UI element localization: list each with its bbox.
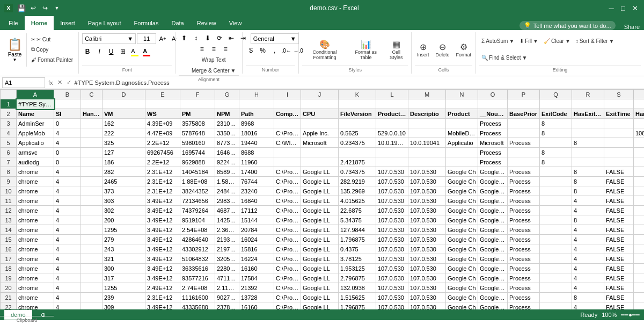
cell[interactable]	[604, 128, 634, 138]
cell[interactable]: 1080	[634, 128, 645, 138]
cell[interactable]: Process	[508, 225, 540, 235]
cell[interactable]: 3.49E+12	[145, 206, 180, 215]
cell[interactable]: 4	[54, 128, 81, 138]
row-header[interactable]: 21	[1, 293, 17, 302]
cell[interactable]: 107.0.530	[408, 215, 446, 225]
cell[interactable]	[540, 283, 572, 293]
cell[interactable]	[376, 99, 408, 109]
cell[interactable]: 162	[103, 119, 145, 128]
cell[interactable]: 8	[572, 186, 604, 196]
cell[interactable]: Google LL	[301, 302, 339, 310]
col-header-K[interactable]: K	[339, 90, 376, 99]
cell[interactable]	[634, 99, 645, 109]
cell[interactable]	[604, 148, 634, 157]
row-header[interactable]: 14	[1, 225, 17, 235]
cell[interactable]: 302	[103, 206, 145, 215]
cell[interactable]	[634, 302, 645, 310]
cell[interactable]	[145, 99, 180, 109]
cell[interactable]: FALSE	[604, 264, 634, 273]
row-header[interactable]: 17	[1, 254, 17, 264]
quick-access-dropdown[interactable]: ▼	[52, 3, 62, 13]
cell[interactable]: 0.734375	[339, 167, 376, 177]
cell[interactable]: C:\Progra	[274, 167, 301, 177]
align-center-button[interactable]: ≡	[208, 44, 219, 54]
cell[interactable]: Google LL	[301, 235, 339, 244]
row-header[interactable]: 20	[1, 283, 17, 293]
cell[interactable]: 3.49E+12	[145, 244, 180, 254]
cell[interactable]: chrome	[17, 167, 54, 177]
cell[interactable]: 29839360	[215, 196, 239, 206]
cell[interactable]	[81, 167, 103, 177]
cell[interactable]: Google Ch	[446, 293, 478, 302]
cell[interactable]: chrome	[17, 235, 54, 244]
cell[interactable]	[301, 157, 339, 167]
cell[interactable]	[634, 196, 645, 206]
confirm-icon[interactable]: ✓	[67, 79, 71, 86]
cell[interactable]: 107.0.530	[376, 293, 408, 302]
cell[interactable]	[81, 148, 103, 157]
cell[interactable]: chrome	[17, 206, 54, 215]
cell[interactable]: chrome	[17, 264, 54, 273]
cell[interactable]: chrome	[17, 273, 54, 283]
row-header[interactable]: 18	[1, 264, 17, 273]
cell[interactable]: 3.49E+12	[145, 225, 180, 235]
cell[interactable]	[634, 206, 645, 215]
cell[interactable]	[81, 225, 103, 235]
cell[interactable]	[408, 128, 446, 138]
cell[interactable]	[446, 119, 478, 128]
cell[interactable]	[408, 119, 446, 128]
cell[interactable]: 16224	[239, 254, 274, 264]
cell[interactable]	[634, 157, 645, 167]
cell[interactable]: 1.58E+08	[215, 177, 239, 186]
cell[interactable]: armsvc	[17, 148, 54, 157]
cell[interactable]: 186	[103, 157, 145, 167]
cell[interactable]: 2.31E+12	[145, 186, 180, 196]
cell[interactable]: Process	[508, 138, 540, 148]
cell[interactable]	[180, 99, 215, 109]
cell[interactable]: Google Ch	[478, 215, 508, 225]
cell[interactable]: 3.49E+12	[145, 235, 180, 244]
cell[interactable]: 74379264	[180, 206, 215, 215]
close-button[interactable]: ✕	[630, 3, 640, 13]
cell[interactable]: 32059392	[215, 254, 239, 264]
cell[interactable]: chrome	[17, 186, 54, 196]
cell[interactable]: 0	[54, 148, 81, 157]
merge-center-button[interactable]: Merge & Center ▼	[189, 66, 238, 75]
cell[interactable]	[604, 157, 634, 167]
row-header[interactable]: 22	[1, 302, 17, 310]
cell[interactable]: 4	[54, 225, 81, 235]
cell[interactable]: chrome	[17, 283, 54, 293]
tab-review[interactable]: Review	[191, 16, 223, 30]
cell[interactable]: 47112192	[215, 273, 239, 283]
cell[interactable]: Google Ch	[446, 283, 478, 293]
cell[interactable]: VM	[103, 109, 145, 119]
cell[interactable]	[540, 244, 572, 254]
col-header-D[interactable]: D	[103, 90, 145, 99]
cell[interactable]: 1255	[103, 283, 145, 293]
cell[interactable]: 2.36E+08	[215, 225, 239, 235]
cell[interactable]: 107.0.530	[376, 225, 408, 235]
cell[interactable]: 38244352	[180, 186, 215, 196]
cell[interactable]: 1695744	[180, 148, 215, 157]
cell[interactable]: Google LL	[301, 177, 339, 186]
number-format-dropdown[interactable]: General ▼	[251, 33, 299, 44]
cell[interactable]: 4	[54, 244, 81, 254]
cell[interactable]: 69267456	[145, 148, 180, 157]
cell[interactable]: FALSE	[604, 167, 634, 177]
minimize-button[interactable]: ─	[606, 3, 616, 13]
cell[interactable]	[376, 119, 408, 128]
cell[interactable]: 17112	[239, 206, 274, 215]
cell[interactable]: Google LL	[301, 244, 339, 254]
cell[interactable]: 1.953125	[339, 264, 376, 273]
cell[interactable]: 107.0.530	[408, 206, 446, 215]
cell[interactable]: 4	[54, 283, 81, 293]
cell[interactable]: 0	[54, 119, 81, 128]
cell[interactable]	[408, 148, 446, 157]
row-header[interactable]: 2	[1, 109, 17, 119]
cell[interactable]: C:\Progra	[274, 215, 301, 225]
cell[interactable]	[81, 254, 103, 264]
cell[interactable]	[274, 157, 301, 167]
cell[interactable]	[540, 186, 572, 196]
cell[interactable]: 43302912	[180, 244, 215, 254]
row-header[interactable]: 13	[1, 215, 17, 225]
